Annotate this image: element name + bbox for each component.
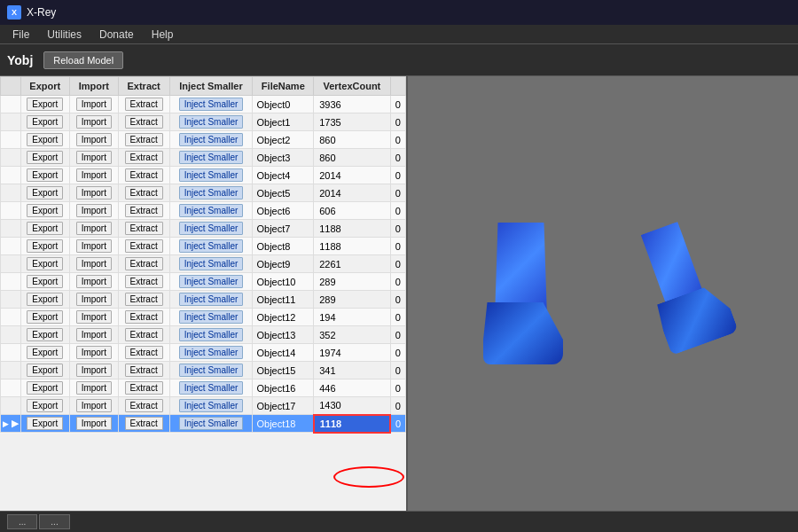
inject-smaller-button[interactable]: Inject Smaller <box>179 239 244 253</box>
import-button[interactable]: Import <box>76 310 112 324</box>
table-row: ExportImportExtractInject SmallerObject0… <box>1 96 406 113</box>
import-button[interactable]: Import <box>76 381 112 395</box>
row-arrow-cell <box>1 113 21 131</box>
extract-button[interactable]: Extract <box>125 417 163 430</box>
inject-smaller-button[interactable]: Inject Smaller <box>179 275 244 288</box>
menu-file[interactable]: File <box>4 27 38 43</box>
export-button[interactable]: Export <box>27 328 63 341</box>
import-button[interactable]: Import <box>76 133 112 146</box>
export-button[interactable]: Export <box>27 275 63 288</box>
extract-button[interactable]: Extract <box>125 204 163 217</box>
extract-button[interactable]: Extract <box>125 275 163 288</box>
import-button[interactable]: Import <box>76 328 112 341</box>
extract-button[interactable]: Extract <box>125 222 163 235</box>
export-button[interactable]: Export <box>27 417 63 430</box>
menu-utilities[interactable]: Utilities <box>38 27 90 43</box>
table-row: ExportImportExtractInject SmallerObject1… <box>1 273 406 291</box>
extract-button[interactable]: Extract <box>125 346 163 359</box>
inject-smaller-button[interactable]: Inject Smaller <box>179 310 244 324</box>
filename-cell: Object5 <box>253 184 314 202</box>
filename-cell: Object3 <box>253 149 314 167</box>
import-button[interactable]: Import <box>76 151 112 164</box>
inject-smaller-button[interactable]: Inject Smaller <box>179 204 244 217</box>
statusbar-tab-2[interactable]: ... <box>39 514 69 529</box>
export-button[interactable]: Export <box>27 310 63 324</box>
inject-smaller-button[interactable]: Inject Smaller <box>179 346 244 359</box>
import-button[interactable]: Import <box>76 168 112 182</box>
extract-button[interactable]: Extract <box>125 186 163 200</box>
row-arrow-cell <box>1 273 21 291</box>
import-button[interactable]: Import <box>76 222 112 235</box>
import-button[interactable]: Import <box>76 417 112 430</box>
import-button[interactable]: Import <box>76 346 112 359</box>
extract-button[interactable]: Extract <box>125 151 163 164</box>
viewport-3d[interactable] <box>408 76 798 511</box>
export-button[interactable]: Export <box>27 204 63 217</box>
inject-smaller-button[interactable]: Inject Smaller <box>179 364 244 377</box>
extract-button[interactable]: Extract <box>125 257 163 270</box>
import-button[interactable]: Import <box>76 98 112 111</box>
inject-smaller-button[interactable]: Inject Smaller <box>179 222 244 235</box>
export-button[interactable]: Export <box>27 98 63 111</box>
export-button[interactable]: Export <box>27 293 63 306</box>
import-button[interactable]: Import <box>76 364 112 377</box>
inject-smaller-button[interactable]: Inject Smaller <box>179 151 244 164</box>
inject-smaller-button[interactable]: Inject Smaller <box>179 98 244 111</box>
export-button[interactable]: Export <box>27 346 63 359</box>
inject-smaller-button[interactable]: Inject Smaller <box>179 381 244 395</box>
extract-button[interactable]: Extract <box>125 239 163 253</box>
inject-smaller-button[interactable]: Inject Smaller <box>179 399 244 412</box>
extract-button[interactable]: Extract <box>125 98 163 111</box>
inject-smaller-button[interactable]: Inject Smaller <box>179 168 244 182</box>
inject-smaller-button[interactable]: Inject Smaller <box>179 328 244 341</box>
inject-smaller-button[interactable]: Inject Smaller <box>179 293 244 306</box>
extra-cell: 0 <box>390 415 405 433</box>
inject-smaller-button[interactable]: Inject Smaller <box>179 186 244 200</box>
filename-cell: Object18 <box>253 415 314 433</box>
export-button[interactable]: Export <box>27 381 63 395</box>
statusbar-tab-1[interactable]: ... <box>7 514 37 529</box>
row-arrow-cell <box>1 397 21 415</box>
import-button[interactable]: Import <box>76 204 112 217</box>
menu-help[interactable]: Help <box>143 27 183 43</box>
export-button[interactable]: Export <box>27 364 63 377</box>
col-header-arrow <box>1 77 21 96</box>
import-button[interactable]: Import <box>76 275 112 288</box>
extract-button[interactable]: Extract <box>125 293 163 306</box>
export-button[interactable]: Export <box>27 239 63 253</box>
table-row: ExportImportExtractInject SmallerObject1… <box>1 397 406 415</box>
export-button[interactable]: Export <box>27 115 63 129</box>
import-button[interactable]: Import <box>76 186 112 200</box>
extra-cell: 0 <box>390 131 405 149</box>
extract-button[interactable]: Extract <box>125 133 163 146</box>
export-button[interactable]: Export <box>27 151 63 164</box>
import-button[interactable]: Import <box>76 115 112 129</box>
reload-model-button[interactable]: Reload Model <box>43 51 123 69</box>
export-button[interactable]: Export <box>27 399 63 412</box>
extract-button[interactable]: Extract <box>125 168 163 182</box>
export-button[interactable]: Export <box>27 257 63 270</box>
extract-button[interactable]: Extract <box>125 364 163 377</box>
inject-smaller-button[interactable]: Inject Smaller <box>179 257 244 270</box>
extract-button[interactable]: Extract <box>125 328 163 341</box>
export-button[interactable]: Export <box>27 133 63 146</box>
menu-donate[interactable]: Donate <box>90 27 143 43</box>
export-button[interactable]: Export <box>27 168 63 182</box>
export-button[interactable]: Export <box>27 186 63 200</box>
inject-smaller-button[interactable]: Inject Smaller <box>179 115 244 129</box>
export-button[interactable]: Export <box>27 222 63 235</box>
table-row: ExportImportExtractInject SmallerObject1… <box>1 362 406 379</box>
inject-smaller-button[interactable]: Inject Smaller <box>179 133 244 146</box>
import-button[interactable]: Import <box>76 239 112 253</box>
table-scroll[interactable]: Export Import Extract Inject Smaller Fil… <box>0 76 406 511</box>
inject-smaller-button[interactable]: Inject Smaller <box>179 417 244 430</box>
extract-button[interactable]: Extract <box>125 399 163 412</box>
import-button[interactable]: Import <box>76 257 112 270</box>
extract-button[interactable]: Extract <box>125 381 163 395</box>
extract-button[interactable]: Extract <box>125 310 163 324</box>
filename-cell: Object13 <box>253 326 314 344</box>
extra-cell: 0 <box>390 202 405 220</box>
import-button[interactable]: Import <box>76 399 112 412</box>
import-button[interactable]: Import <box>76 293 112 306</box>
extract-button[interactable]: Extract <box>125 115 163 129</box>
